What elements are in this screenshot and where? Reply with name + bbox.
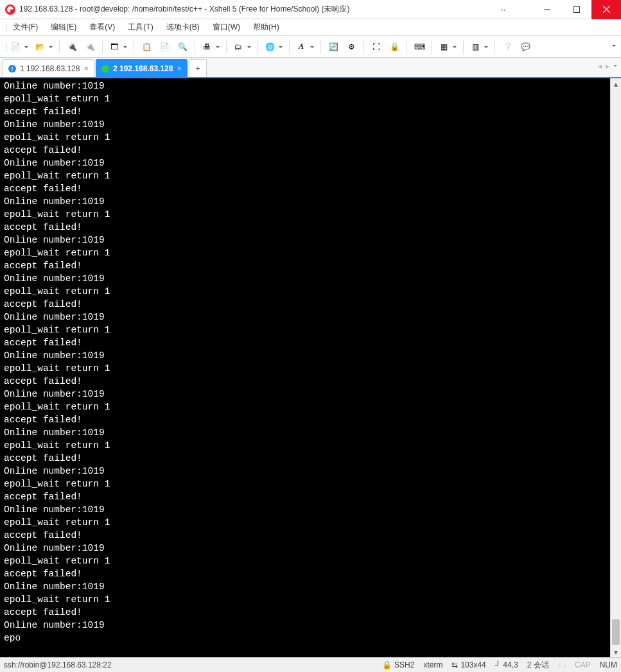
status-cursor: ┘ 44,3 — [495, 660, 518, 669]
lock-icon: 🔒 — [382, 660, 392, 669]
xagent-icon: ⚙ — [346, 42, 356, 52]
plug-disconnect-icon: 🔌 — [85, 42, 95, 52]
svg-rect-0 — [574, 6, 580, 12]
layout-vertical-icon: ▥ — [470, 42, 480, 52]
print-icon: 🖶 — [202, 42, 212, 52]
xftp-icon: 🔄 — [328, 42, 338, 52]
menu-bar: ⋮ 文件(F) 编辑(E) 查看(V) 工具(T) 选项卡(B) 窗口(W) 帮… — [0, 19, 621, 36]
font-icon: A — [296, 42, 306, 52]
layout-vertical-button[interactable]: ▥ — [468, 39, 491, 55]
status-connection: ssh://robin@192.168.63.128:22 — [4, 660, 112, 669]
globe-icon: 🌐 — [265, 42, 275, 52]
status-size: ⇆ 103x44 — [451, 660, 485, 669]
open-folder-icon: 📂 — [35, 42, 45, 52]
fullscreen-icon: ⛶ — [371, 42, 381, 52]
paste-button[interactable]: 📄 — [156, 39, 173, 55]
status-cap: CAP — [575, 660, 591, 669]
status-bar: ssh://robin@192.168.63.128:22 🔒 SSH2 xte… — [0, 657, 621, 672]
session-tab-2-label: 2 192.168.63.128 — [113, 64, 173, 73]
print-button[interactable]: 🖶 — [199, 39, 222, 55]
window-title: 192.168.63.128 - root@develop: /home/rob… — [19, 4, 349, 15]
resize-handle-icon[interactable]: ↔ — [500, 6, 507, 13]
disconnect-button[interactable]: 🔌 — [82, 39, 98, 55]
menu-tools[interactable]: 工具(T) — [121, 19, 159, 35]
tab-scroll-right-button[interactable]: ▸ — [606, 62, 609, 71]
scroll-thumb[interactable] — [612, 619, 620, 645]
find-button[interactable]: 🔍 — [174, 39, 191, 55]
menu-view[interactable]: 查看(V) — [83, 19, 121, 35]
session-tab-1-label: 1 192.168.63.128 — [20, 64, 80, 73]
open-session-button[interactable]: 📂 — [32, 39, 55, 55]
encoding-button[interactable]: 🌐 — [262, 39, 285, 55]
menu-edit[interactable]: 编辑(E) — [44, 19, 83, 35]
cursor-pos-icon: ┘ — [495, 660, 501, 669]
copy-icon: 📋 — [141, 42, 152, 52]
properties-icon: 🗔 — [109, 42, 119, 52]
menu-file[interactable]: 文件(F) — [6, 19, 44, 35]
font-button[interactable]: A — [293, 39, 317, 55]
terminal-area: Online number:1019 epoll_wait return 1 a… — [0, 78, 621, 657]
new-session-button[interactable]: 📄 — [8, 39, 31, 55]
new-session-icon: 📄 — [10, 42, 21, 52]
status-protocol: 🔒 SSH2 — [382, 660, 414, 669]
copy-button[interactable]: 📋 — [138, 39, 155, 55]
fullscreen-button[interactable]: ⛶ — [368, 39, 385, 55]
scroll-up-button[interactable]: ▴ — [611, 78, 621, 89]
plug-connect-icon: 🔌 — [67, 42, 77, 52]
speech-bubble-icon: 💬 — [520, 42, 530, 52]
xftp-button[interactable]: 🔄 — [325, 39, 342, 55]
help-button[interactable]: ❔ — [499, 39, 516, 55]
status-connected-icon — [101, 65, 109, 73]
size-icon: ⇆ — [451, 660, 458, 669]
vertical-scrollbar[interactable]: ▴ ▾ — [610, 78, 621, 657]
minimize-button[interactable] — [532, 0, 562, 19]
status-num: NUM — [600, 660, 617, 669]
status-sessions: 2 会话 — [527, 660, 549, 671]
menu-tabs[interactable]: 选项卡(B) — [160, 19, 206, 35]
terminal-output[interactable]: Online number:1019 epoll_wait return 1 a… — [0, 78, 610, 657]
keyboard-icon: ⌨ — [414, 42, 424, 52]
paste-icon: 📄 — [159, 42, 170, 52]
xagent-button[interactable]: ⚙ — [343, 39, 360, 55]
status-term-type: xterm — [423, 660, 442, 669]
session-tab-bar: ! 1 192.168.63.128 × 2 192.168.63.128 × … — [0, 58, 621, 78]
lock-icon: 🔒 — [389, 42, 399, 52]
toolbar: ⋮ 📄 📂 🔌 🔌 🗔 📋 📄 🔍 🖶 🗂 🌐 A 🔄 ⚙ ⛶ 🔒 ⌨ ▦ ▥ … — [0, 36, 621, 58]
toolbar-overflow-button[interactable] — [609, 39, 618, 55]
search-icon: 🔍 — [177, 42, 188, 52]
close-button[interactable] — [591, 0, 621, 19]
tab-list-button[interactable] — [613, 62, 617, 71]
scroll-track[interactable] — [611, 89, 621, 646]
feedback-button[interactable]: 💬 — [517, 39, 534, 55]
tab-scroll-left-button[interactable]: ◂ — [598, 62, 602, 71]
menu-window[interactable]: 窗口(W) — [206, 19, 247, 35]
status-transfer-arrows: ↑ ↓ — [558, 660, 566, 669]
app-icon — [5, 4, 15, 15]
maximize-button[interactable] — [562, 0, 591, 19]
tab-close-button[interactable]: × — [177, 64, 182, 73]
plus-icon: + — [196, 64, 200, 73]
tab-close-button[interactable]: × — [83, 64, 89, 73]
new-tab-button[interactable]: + — [189, 59, 207, 77]
session-tab-2[interactable]: 2 192.168.63.128 × — [96, 59, 188, 77]
layout-horizontal-button[interactable]: ▦ — [436, 39, 459, 55]
color-scheme-button[interactable]: 🗂 — [231, 39, 254, 55]
session-tab-1[interactable]: ! 1 192.168.63.128 × — [3, 59, 94, 77]
scroll-down-button[interactable]: ▾ — [611, 646, 621, 657]
lock-button[interactable]: 🔒 — [386, 39, 403, 55]
properties-button[interactable]: 🗔 — [107, 39, 130, 55]
toolbar-grip[interactable]: ⋮ — [3, 42, 6, 51]
title-bar: 192.168.63.128 - root@develop: /home/rob… — [0, 0, 621, 19]
help-icon: ❔ — [502, 42, 512, 52]
layout-horizontal-icon: ▦ — [439, 42, 449, 52]
menu-help[interactable]: 帮助(H) — [247, 19, 286, 35]
keyboard-button[interactable]: ⌨ — [411, 39, 428, 55]
color-scheme-icon: 🗂 — [233, 42, 243, 52]
status-alert-icon: ! — [8, 65, 16, 73]
reconnect-button[interactable]: 🔌 — [64, 39, 80, 55]
